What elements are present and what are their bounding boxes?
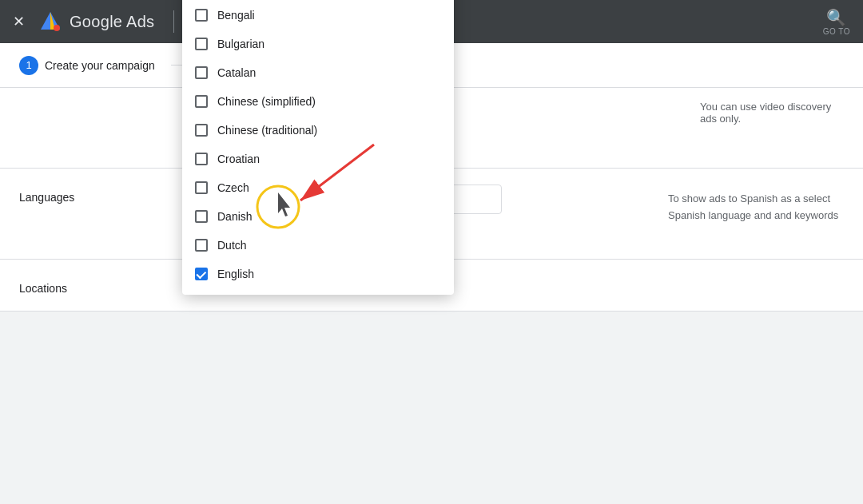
dropdown-item-label: Bengali: [217, 9, 255, 22]
step-1-label: Create your campaign: [45, 59, 155, 72]
checkbox-english[interactable]: [195, 268, 208, 280]
dropdown-item-danish[interactable]: Danish: [182, 202, 454, 231]
step-1-number: 1: [19, 56, 38, 75]
dropdown-item-label: Croatian: [217, 153, 260, 165]
languages-label: Languages: [19, 185, 163, 204]
dropdown-item-label: Czech: [217, 181, 249, 194]
close-icon[interactable]: ✕: [13, 13, 25, 30]
app-name-label: Google Ads: [70, 13, 154, 31]
dropdown-item-english[interactable]: English: [182, 260, 454, 288]
checkbox-chinese-simplified[interactable]: [195, 95, 208, 108]
languages-section: Languages 🔍 English ✕ All: [0, 169, 863, 260]
dropdown-item-label: Catalan: [217, 66, 256, 79]
locations-label: Locations: [19, 276, 163, 295]
checkbox-catalan[interactable]: [195, 66, 208, 79]
dropdown-item-bengali[interactable]: Bengali: [182, 1, 454, 30]
dropdown-item-label: Danish: [217, 210, 253, 223]
checkbox-croatian[interactable]: [195, 153, 208, 165]
languages-right-text: To show ads to Spanish as a select Spani…: [668, 192, 838, 221]
checkbox-danish[interactable]: [195, 210, 208, 223]
languages-body: 🔍 English ✕ All languages: [182, 185, 649, 243]
dropdown-item-label: English: [217, 268, 254, 280]
languages-inner: Languages 🔍 English ✕ All: [0, 169, 863, 259]
dropdown-item-dutch[interactable]: Dutch: [182, 231, 454, 260]
header-divider: [173, 10, 174, 33]
goto-label: GO TO: [823, 27, 850, 36]
checkbox-bengali[interactable]: [195, 9, 208, 22]
dropdown-item-label: Bulgarian: [217, 38, 264, 50]
top-right-info-text: You can use video discovery ads only.: [700, 101, 831, 125]
dropdown-item-croatian[interactable]: Croatian: [182, 145, 454, 173]
dropdown-item-label: Dutch: [217, 239, 247, 252]
dropdown-item-catalan[interactable]: Catalan: [182, 58, 454, 87]
checkbox-bulgarian[interactable]: [195, 38, 208, 50]
dropdown-item-label: Chinese (simplified): [217, 95, 316, 108]
language-dropdown: All languages Arabic Bengali: [182, 0, 454, 295]
search-icon: 🔍: [826, 8, 846, 27]
app-logo: Google Ads: [38, 9, 154, 34]
header-right-actions: 🔍 GO TO: [823, 8, 850, 36]
top-section-right: You can use video discovery ads only.: [687, 88, 863, 168]
dropdown-item-chinese-simplified[interactable]: Chinese (simplified): [182, 87, 454, 116]
checkbox-dutch[interactable]: [195, 239, 208, 252]
search-goto-button[interactable]: 🔍 GO TO: [823, 8, 850, 36]
dropdown-item-label: Chinese (traditional): [217, 124, 317, 137]
step-1: 1 Create your campaign: [19, 56, 155, 75]
languages-right-info: To show ads to Spanish as a select Spani…: [668, 185, 844, 231]
dropdown-list: All languages Arabic Bengali: [182, 0, 454, 295]
dropdown-item-czech[interactable]: Czech: [182, 173, 454, 202]
checkbox-czech[interactable]: [195, 181, 208, 194]
checkbox-chinese-traditional[interactable]: [195, 124, 208, 137]
dropdown-item-chinese-traditional[interactable]: Chinese (traditional): [182, 116, 454, 145]
svg-point-2: [54, 25, 60, 31]
dropdown-item-bulgarian[interactable]: Bulgarian: [182, 30, 454, 58]
google-ads-logo-icon: [38, 9, 63, 34]
